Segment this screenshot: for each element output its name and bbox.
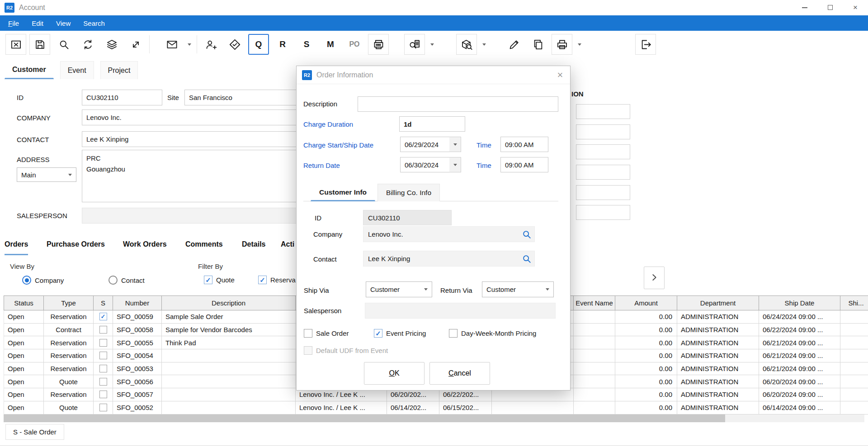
po-button[interactable]: PO bbox=[344, 34, 365, 55]
checkbox-quote[interactable]: ✓ bbox=[204, 276, 212, 284]
column-header-s[interactable]: S bbox=[94, 296, 113, 310]
tab-project[interactable]: Project bbox=[100, 61, 138, 79]
radio-company[interactable] bbox=[22, 276, 31, 285]
ship-via-select[interactable]: Customer bbox=[366, 281, 432, 297]
row-checkbox[interactable] bbox=[99, 326, 107, 334]
expand-button[interactable] bbox=[125, 34, 146, 55]
package-search-button[interactable] bbox=[456, 34, 477, 55]
add-contact-button[interactable] bbox=[200, 34, 221, 55]
menu-file[interactable]: File bbox=[2, 15, 25, 31]
row-checkbox[interactable] bbox=[99, 391, 107, 398]
orders-tab-acti[interactable]: Acti bbox=[281, 240, 294, 255]
checkbox-reserva[interactable]: ✓ bbox=[258, 276, 267, 284]
return-date-input[interactable]: 06/30/2024 bbox=[400, 157, 450, 172]
checkbox-day-week-month-pricing[interactable] bbox=[449, 329, 458, 338]
r-button[interactable]: R bbox=[272, 34, 293, 55]
s-button[interactable]: S bbox=[296, 34, 317, 55]
horizontal-scrollbar-thumb[interactable] bbox=[4, 415, 725, 422]
filter-option-reserva[interactable]: ✓Reserva bbox=[258, 276, 296, 284]
column-header-number[interactable]: Number bbox=[113, 296, 162, 310]
default-udf-checkbox[interactable] bbox=[304, 346, 312, 355]
return-via-select[interactable]: Customer bbox=[482, 281, 554, 297]
dialog-salesperson-field[interactable] bbox=[365, 303, 556, 319]
column-header-type[interactable]: Type bbox=[44, 296, 94, 310]
column-header-status[interactable]: Status bbox=[4, 296, 44, 310]
filter-option-quote[interactable]: ✓Quote bbox=[204, 276, 235, 284]
document-search-button[interactable] bbox=[404, 34, 425, 55]
column-header-ship_date[interactable]: Ship Date bbox=[759, 296, 840, 310]
ok-button[interactable]: OK bbox=[364, 362, 425, 385]
close-button[interactable]: × bbox=[843, 0, 868, 15]
orders-tab-purchase-orders[interactable]: Purchase Orders bbox=[47, 240, 105, 255]
dialog-tab-customer-info[interactable]: Customer Info bbox=[311, 184, 375, 201]
dialog-option-day-week-month-pricing[interactable]: Day-Week-Month Pricing bbox=[449, 329, 536, 338]
table-row[interactable]: OpenQuoteSFO_00052Lenovo Inc. / Lee K ..… bbox=[4, 401, 868, 415]
search-button[interactable] bbox=[53, 34, 74, 55]
print-button[interactable] bbox=[552, 34, 572, 55]
row-checkbox[interactable] bbox=[99, 352, 107, 359]
express-button[interactable] bbox=[224, 34, 245, 55]
print-button-dropdown[interactable] bbox=[576, 34, 584, 55]
charge-duration-input[interactable]: 1d bbox=[399, 116, 465, 132]
return-date-dropdown[interactable] bbox=[449, 157, 461, 172]
save-button[interactable] bbox=[29, 34, 50, 55]
q-button[interactable]: Q bbox=[248, 34, 269, 55]
detail-field[interactable] bbox=[576, 104, 630, 119]
orders-tab-orders[interactable]: Orders bbox=[5, 240, 28, 255]
dialog-title-bar[interactable]: R2 Order Information × bbox=[297, 66, 570, 84]
checkbox-event-pricing[interactable]: ✓ bbox=[374, 329, 382, 338]
close-record-button[interactable] bbox=[5, 34, 26, 55]
charge-start-date-input[interactable]: 06/29/2024 bbox=[400, 137, 450, 152]
dialog-tab-billing-co-info[interactable]: Billing Co. Info bbox=[377, 184, 440, 201]
return-time-input[interactable]: 09:00 AM bbox=[500, 157, 548, 172]
company-search-icon[interactable] bbox=[522, 229, 532, 239]
radio-contact[interactable] bbox=[108, 276, 118, 285]
row-checkbox[interactable] bbox=[99, 404, 107, 411]
row-checkbox[interactable]: ✓ bbox=[99, 313, 107, 320]
menu-search[interactable]: Search bbox=[77, 15, 111, 31]
package-search-button-dropdown[interactable] bbox=[480, 34, 488, 55]
horizontal-scrollbar[interactable] bbox=[4, 415, 864, 422]
m-button[interactable]: M bbox=[320, 34, 341, 55]
detail-field[interactable] bbox=[576, 144, 630, 159]
site-input[interactable]: San Francisco bbox=[184, 90, 303, 105]
detail-field[interactable] bbox=[576, 185, 630, 200]
tab-customer[interactable]: Customer bbox=[5, 61, 54, 79]
view-by-option-contact[interactable]: Contact bbox=[108, 276, 145, 285]
menu-edit[interactable]: Edit bbox=[25, 15, 50, 31]
edit-button[interactable] bbox=[504, 34, 524, 55]
row-checkbox[interactable] bbox=[99, 339, 107, 347]
detail-field[interactable] bbox=[576, 165, 630, 180]
orders-tab-work-orders[interactable]: Work Orders bbox=[123, 240, 167, 255]
minimize-button[interactable] bbox=[792, 0, 817, 15]
menu-view[interactable]: View bbox=[50, 15, 77, 31]
cancel-button[interactable]: Cancel bbox=[429, 362, 490, 385]
charge-start-time-input[interactable]: 09:00 AM bbox=[500, 137, 548, 152]
orders-tab-details[interactable]: Details bbox=[242, 240, 265, 255]
column-header-event_name[interactable]: Event Name bbox=[574, 296, 615, 310]
dialog-company-field[interactable]: Lenovo Inc. bbox=[363, 226, 535, 242]
view-by-option-company[interactable]: Company bbox=[22, 276, 64, 285]
email-button-dropdown[interactable] bbox=[185, 34, 193, 55]
row-checkbox[interactable] bbox=[99, 365, 107, 372]
column-header-description[interactable]: Description bbox=[162, 296, 296, 310]
detail-field[interactable] bbox=[576, 205, 630, 220]
column-header-department[interactable]: Department bbox=[677, 296, 759, 310]
orders-tab-comments[interactable]: Comments bbox=[185, 240, 223, 255]
email-button[interactable] bbox=[161, 34, 182, 55]
exit-button[interactable] bbox=[635, 34, 656, 55]
row-checkbox[interactable] bbox=[99, 378, 107, 386]
tab-event[interactable]: Event bbox=[60, 61, 94, 79]
copy-button[interactable] bbox=[528, 34, 548, 55]
layers-button[interactable] bbox=[101, 34, 122, 55]
expand-panel-button[interactable] bbox=[644, 267, 665, 289]
detail-field[interactable] bbox=[576, 124, 630, 139]
barcode-print-button[interactable] bbox=[368, 34, 389, 55]
document-search-button-dropdown[interactable] bbox=[428, 34, 436, 55]
dialog-option-sale-order[interactable]: Sale Order bbox=[304, 329, 349, 338]
contact-search-icon[interactable] bbox=[522, 254, 532, 264]
dialog-contact-field[interactable]: Lee K Xinping bbox=[363, 251, 535, 267]
dialog-option-event-pricing[interactable]: ✓Event Pricing bbox=[374, 329, 426, 338]
refresh-button[interactable] bbox=[77, 34, 98, 55]
column-header-extra[interactable]: Shi... bbox=[840, 296, 868, 310]
